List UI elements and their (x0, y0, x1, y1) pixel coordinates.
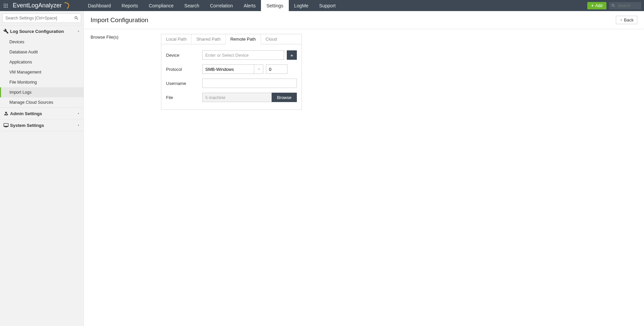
sidebar-section-label: Log Source Configuration (10, 29, 77, 34)
username-input[interactable] (202, 79, 297, 88)
product-logo[interactable]: EventLog Analyzer (11, 0, 72, 11)
chevron-left-icon (620, 18, 623, 21)
svg-rect-4 (5, 5, 6, 6)
chevron-right-icon (77, 123, 80, 128)
tools-icon (3, 29, 10, 34)
sidebar-section-system-settings[interactable]: System Settings (0, 119, 84, 131)
path-tabs: Local Path Shared Path Remote Path Cloud (161, 34, 302, 44)
nav-compliance[interactable]: Compliance (144, 0, 179, 11)
chevron-down-icon (77, 29, 80, 34)
main-nav: Dashboard Reports Compliance Search Corr… (83, 0, 341, 11)
user-gear-icon (3, 111, 10, 116)
sidebar-item-import-logs[interactable]: Import Logs (0, 87, 84, 97)
settings-search-input[interactable] (2, 13, 81, 23)
search-icon (611, 3, 615, 8)
nav-alerts[interactable]: Alerts (238, 0, 261, 11)
username-label: Username (166, 81, 202, 86)
sidebar-item-applications[interactable]: Applications (0, 57, 84, 67)
sidebar-item-database-audit[interactable]: Database Audit (0, 47, 84, 57)
file-label: File (166, 95, 202, 100)
nav-correlation[interactable]: Correlation (205, 0, 238, 11)
nav-settings[interactable]: Settings (261, 0, 289, 11)
sidebar-section-log-source[interactable]: Log Source Configuration (0, 25, 84, 37)
add-device-button[interactable]: + (287, 50, 297, 60)
sidebar-item-vm-management[interactable]: VM Management (0, 67, 84, 77)
sidebar-item-devices[interactable]: Devices (0, 37, 84, 47)
svg-rect-7 (5, 7, 6, 8)
add-button[interactable]: + Add (587, 2, 606, 9)
chevron-right-icon (77, 111, 80, 116)
svg-rect-5 (7, 5, 8, 6)
nav-search[interactable]: Search (179, 0, 205, 11)
protocol-label: Protocol (166, 67, 202, 72)
svg-rect-8 (7, 7, 8, 8)
plus-icon: + (591, 3, 594, 8)
tab-remote-path[interactable]: Remote Path (226, 34, 261, 44)
svg-rect-2 (7, 4, 8, 5)
sidebar-section-label: System Settings (10, 123, 77, 128)
port-input[interactable] (266, 64, 287, 74)
svg-rect-6 (4, 7, 5, 8)
logo-arc-icon (62, 2, 69, 9)
apps-menu-icon[interactable] (0, 0, 11, 11)
file-path-input[interactable] (202, 93, 272, 102)
logo-text-thin: Analyzer (38, 2, 62, 9)
back-button-label: Back (624, 17, 634, 22)
browse-button[interactable]: Browse (272, 93, 297, 102)
settings-sidebar: Log Source Configuration Devices Databas… (0, 11, 84, 326)
svg-rect-3 (4, 5, 5, 6)
monitor-icon (3, 123, 10, 128)
logo-text-bold: EventLog (13, 2, 38, 9)
back-button[interactable]: Back (616, 16, 637, 24)
sidebar-section-admin-settings[interactable]: Admin Settings (0, 107, 84, 119)
sidebar-item-file-monitoring[interactable]: File Monitoring (0, 77, 84, 87)
tab-shared-path[interactable]: Shared Path (192, 34, 225, 44)
tab-local-path[interactable]: Local Path (161, 34, 192, 44)
sidebar-item-manage-cloud-sources[interactable]: Manage Cloud Sources (0, 97, 84, 107)
svg-rect-0 (4, 4, 5, 5)
page-title: Import Configuration (91, 16, 148, 24)
protocol-select[interactable]: SMB-Windows (202, 64, 263, 74)
plus-icon: + (290, 52, 293, 58)
browse-files-label: Browse File(s) (91, 34, 161, 110)
add-button-label: Add (595, 3, 602, 8)
search-icon (74, 16, 79, 20)
sidebar-section-label: Admin Settings (10, 111, 77, 116)
device-input[interactable] (202, 50, 284, 60)
nav-logme[interactable]: LogMe (289, 0, 314, 11)
nav-dashboard[interactable]: Dashboard (83, 0, 116, 11)
nav-reports[interactable]: Reports (116, 0, 144, 11)
device-label: Device (166, 53, 202, 58)
tab-cloud[interactable]: Cloud (261, 34, 282, 44)
import-panel: Local Path Shared Path Remote Path Cloud… (161, 34, 302, 110)
nav-support[interactable]: Support (314, 0, 341, 11)
svg-rect-1 (5, 4, 6, 5)
